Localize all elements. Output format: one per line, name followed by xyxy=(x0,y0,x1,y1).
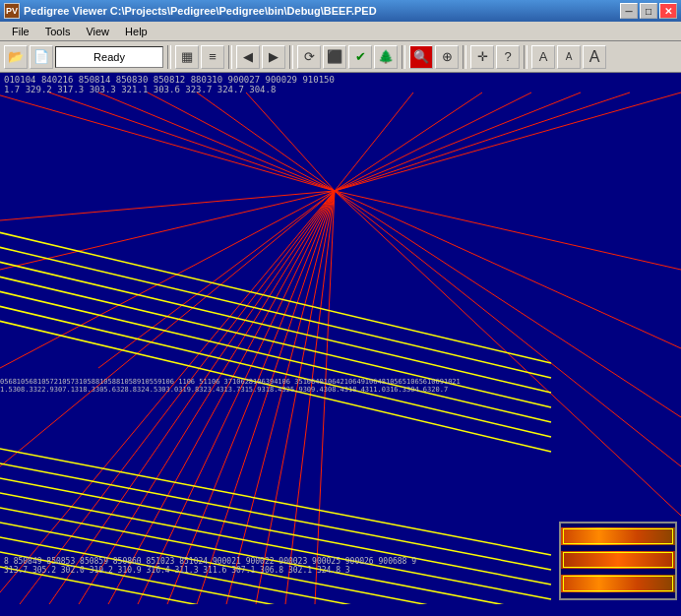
status-text: Ready xyxy=(93,51,125,63)
toolbar-separator-3 xyxy=(289,45,293,69)
svg-line-15 xyxy=(148,92,335,191)
svg-line-20 xyxy=(335,92,531,191)
mini-map-inner xyxy=(561,524,675,598)
stop-button[interactable]: ⬛ xyxy=(323,45,346,69)
svg-line-32 xyxy=(0,191,335,466)
menu-bar: File Tools View Help xyxy=(0,22,681,41)
mid-ids: 0568105681057210573105881058810589105591… xyxy=(0,378,681,386)
pedigree-canvas[interactable]: 010104 840216 850814 850830 850812 88031… xyxy=(0,73,681,604)
window-title: Pedigree Viewer C:\Projects\Pedigree\Ped… xyxy=(24,5,377,17)
menu-help[interactable]: Help xyxy=(117,24,155,39)
svg-line-3 xyxy=(79,191,335,604)
title-bar-left: PV Pedigree Viewer C:\Projects\Pedigree\… xyxy=(4,3,377,19)
svg-line-38 xyxy=(0,289,551,422)
svg-line-31 xyxy=(0,191,335,220)
refresh-button[interactable]: ⟳ xyxy=(297,45,321,69)
toolbar: 📂 📄 Ready ▦ ≡ ◀ ▶ ⟳ ⬛ ✔ 🌲 🔍 ⊕ ✛ ? A A A xyxy=(0,41,681,73)
svg-line-30 xyxy=(0,191,335,270)
mini-stripe-3 xyxy=(561,575,675,592)
title-bar-buttons: ─ □ ✕ xyxy=(620,3,677,19)
top-labels: 010104 840216 850814 850830 850812 88031… xyxy=(0,75,681,94)
svg-line-21 xyxy=(335,92,581,191)
prev-button[interactable]: ◀ xyxy=(236,45,260,69)
mini-stripe-1 xyxy=(561,527,675,545)
font-smaller-button[interactable]: A xyxy=(557,45,581,69)
svg-line-18 xyxy=(335,92,413,191)
toolbar-separator-5 xyxy=(463,45,466,69)
toolbar-separator-4 xyxy=(402,45,405,69)
menu-tools[interactable]: Tools xyxy=(37,24,79,39)
svg-line-19 xyxy=(335,92,482,191)
mini-highlight-3 xyxy=(563,576,673,591)
svg-line-4 xyxy=(108,191,335,604)
new-button[interactable]: 📄 xyxy=(30,45,53,69)
list-button[interactable]: ≡ xyxy=(201,45,224,69)
svg-line-24 xyxy=(335,191,681,270)
tree-button[interactable]: 🌲 xyxy=(374,45,398,69)
app-icon: PV xyxy=(4,3,20,19)
help-button[interactable]: ? xyxy=(496,45,520,69)
status-display: Ready xyxy=(55,46,163,68)
font-larger-button[interactable]: A xyxy=(583,45,606,69)
mid-values: 1.5308.3322.9307.1318.3305.6328.8324.530… xyxy=(0,386,681,394)
next-button[interactable]: ▶ xyxy=(262,45,285,69)
close-button[interactable]: ✕ xyxy=(659,3,677,19)
minimize-button[interactable]: ─ xyxy=(620,3,638,19)
maximize-button[interactable]: □ xyxy=(640,3,657,19)
mini-highlight-1 xyxy=(563,528,673,544)
top-ids: 010104 840216 850814 850830 850812 88031… xyxy=(4,75,681,85)
zoom-button[interactable]: 🔍 xyxy=(409,45,433,69)
toolbar-separator-6 xyxy=(524,45,527,69)
svg-line-12 xyxy=(0,92,335,191)
grid-button[interactable]: ▦ xyxy=(175,45,199,69)
svg-line-13 xyxy=(49,92,335,191)
open-button[interactable]: 📂 xyxy=(4,45,28,69)
svg-line-23 xyxy=(335,92,681,191)
menu-view[interactable]: View xyxy=(78,24,117,39)
font-button[interactable]: A xyxy=(531,45,555,69)
svg-line-5 xyxy=(138,191,335,604)
title-bar: PV Pedigree Viewer C:\Projects\Pedigree\… xyxy=(0,0,681,22)
find-button[interactable]: ⊕ xyxy=(435,45,459,69)
svg-line-14 xyxy=(98,92,335,191)
mini-map[interactable] xyxy=(559,522,677,600)
top-values: 1.7 329.2 317.3 303.3 321.1 303.6 323.7 … xyxy=(4,85,681,94)
mid-labels: 0568105681057210573105881058810589105591… xyxy=(0,378,681,394)
svg-line-27 xyxy=(335,191,681,466)
mini-stripe-2 xyxy=(561,551,675,569)
move-button[interactable]: ✛ xyxy=(470,45,494,69)
toolbar-separator-1 xyxy=(167,45,171,69)
mini-highlight-2 xyxy=(563,552,673,568)
check-button[interactable]: ✔ xyxy=(348,45,372,69)
toolbar-separator-2 xyxy=(228,45,232,69)
menu-file[interactable]: File xyxy=(4,24,37,39)
svg-line-22 xyxy=(335,92,630,191)
